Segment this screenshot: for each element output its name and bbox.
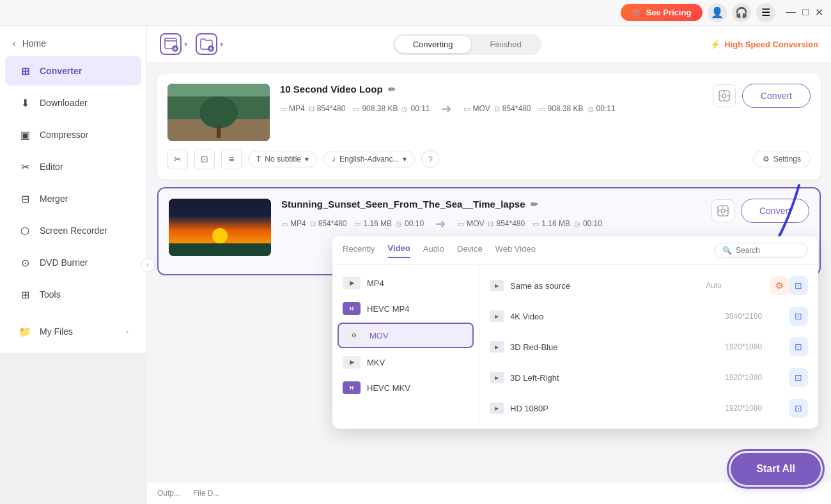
svg-point-11 xyxy=(722,94,726,98)
language-dropdown-1[interactable]: ♪ English-Advanc... ▾ xyxy=(323,151,415,167)
format-option-hevc-mkv[interactable]: H HEVC MKV xyxy=(332,375,479,401)
file-1-dst-format: ▭ MOV xyxy=(463,104,490,113)
tab-group: Converting Finished xyxy=(231,34,703,55)
file-2-dst-meta: ▭ MOV ⊡ 854*480 ▭ 1.16 MB xyxy=(458,218,602,229)
tab-finished[interactable]: Finished xyxy=(472,36,540,53)
sidebar-item-my-files[interactable]: 📁 My Files › xyxy=(5,317,141,346)
preset-copy-3d-red-blue[interactable]: ⊡ xyxy=(789,337,808,356)
menu-icon[interactable]: ☰ xyxy=(756,3,775,22)
sidebar-item-converter[interactable]: ⊞ Converter xyxy=(5,56,141,86)
mov-format-icon: ⊙ xyxy=(345,329,363,342)
size-icon: ▭ xyxy=(353,105,359,113)
format-tab-audio[interactable]: Audio xyxy=(423,244,444,257)
format-option-mov[interactable]: ⊙ MOV xyxy=(338,323,474,348)
file-1-edit-icon[interactable]: ✏ xyxy=(388,84,396,95)
format-tab-recently[interactable]: Recently xyxy=(343,244,375,257)
format-option-hevc-mp4[interactable]: H HEVC MP4 xyxy=(332,296,479,321)
preset-action-same-as-source[interactable]: ⚙ xyxy=(770,276,789,295)
format-tab-video[interactable]: Video xyxy=(388,243,410,258)
format-preset-3d-red-blue[interactable]: ▶ 3D Red-Blue 1920*1080 ⊡ xyxy=(479,332,818,362)
close-button[interactable]: ✕ xyxy=(815,6,823,19)
format-icon: ▭ xyxy=(280,105,286,113)
format-icon: ▭ xyxy=(281,220,288,228)
format-icon: ▭ xyxy=(463,105,470,113)
svg-point-7 xyxy=(199,96,238,128)
format-preset-4k-video[interactable]: ▶ 4K Video 3840*2160 ⊡ xyxy=(479,301,818,332)
subtitle-dropdown-1[interactable]: T No subtitle ▾ xyxy=(248,151,317,167)
output-bar: Outp... File D... xyxy=(147,482,831,504)
file-2-actions: Convert xyxy=(711,199,809,223)
effects-button-1[interactable]: ≡ xyxy=(221,149,242,169)
sidebar-item-home[interactable]: ‹ Home xyxy=(0,32,146,55)
file-1-info: 10 Second Video Loop ✏ ▭ MP4 ⊡ xyxy=(280,84,703,116)
preset-icon: ▶ xyxy=(490,310,504,322)
format-option-mkv[interactable]: ▶ MKV xyxy=(332,349,479,375)
format-preset-3d-left-right[interactable]: ▶ 3D Left-Right 1920*1080 ⊡ xyxy=(479,362,818,393)
sidebar-item-screen-recorder[interactable]: ⬡ Screen Recorder xyxy=(5,216,141,245)
size-icon: ▭ xyxy=(532,220,539,228)
format-option-mp4[interactable]: ▶ MP4 xyxy=(332,270,479,296)
format-tab-web-video[interactable]: Web Video xyxy=(495,244,536,257)
compressor-icon: ▣ xyxy=(18,128,32,142)
file-2-settings-button[interactable] xyxy=(711,199,734,222)
file-2-meta: ▭ MP4 ⊡ 854*480 ▭ 1.16 MB xyxy=(281,216,701,231)
see-pricing-button[interactable]: 🛒 See Pricing xyxy=(621,4,703,21)
duration-icon: ◷ xyxy=(574,220,580,228)
format-preset-hd-1080p[interactable]: ▶ HD 1080P 1920*1080 ⊡ xyxy=(479,393,818,424)
preset-copy-same-as-source[interactable]: ⊡ xyxy=(789,276,808,295)
preset-copy-3d-left-right[interactable]: ⊡ xyxy=(789,368,808,387)
preset-copy-4k-video[interactable]: ⊡ xyxy=(789,307,808,326)
format-search-input[interactable] xyxy=(736,246,800,255)
file-2-convert-button[interactable]: Convert xyxy=(741,199,809,223)
account-icon[interactable]: 👤 xyxy=(708,3,727,22)
file-1-src-resolution: ⊡ 854*480 xyxy=(309,104,346,113)
sidebar-item-dvd-burner[interactable]: ⊙ DVD Burner xyxy=(5,248,141,277)
high-speed-button[interactable]: ⚡ High Speed Conversion xyxy=(710,40,818,49)
conversion-arrow-1: ➜ xyxy=(441,101,452,116)
start-all-button[interactable]: Start All xyxy=(731,453,821,485)
file-1-convert-button[interactable]: Convert xyxy=(742,84,811,108)
sidebar-item-compressor[interactable]: ▣ Compressor xyxy=(5,120,141,149)
file-1-dst-meta: ▭ MOV ⊡ 854*480 ▭ 908.38 xyxy=(463,103,615,114)
format-tab-device[interactable]: Device xyxy=(457,244,483,257)
minimize-button[interactable]: — xyxy=(786,6,796,19)
headset-icon[interactable]: 🎧 xyxy=(732,3,751,22)
resolution-icon: ⊡ xyxy=(488,220,493,228)
file-2-dst-duration: ◷ 00:10 xyxy=(574,219,602,228)
preset-copy-hd-1080p[interactable]: ⊡ xyxy=(789,399,808,418)
file-2-src-size: ▭ 1.16 MB xyxy=(354,219,392,228)
preset-icon: ▶ xyxy=(490,402,504,414)
file-destination-label: File D... xyxy=(193,489,219,498)
sidebar-item-editor[interactable]: ✂ Editor xyxy=(5,152,141,181)
sidebar: ‹ Home ⊞ Converter ⬇ Downloader ▣ Compre… xyxy=(0,26,147,504)
format-dropdown: Recently Video Audio Device Web Video 🔍 … xyxy=(332,236,818,429)
cut-button-1[interactable]: ✂ xyxy=(167,149,188,169)
crop-button-1[interactable]: ⊡ xyxy=(194,149,215,169)
file-2-edit-icon[interactable]: ✏ xyxy=(531,199,538,210)
tab-converting[interactable]: Converting xyxy=(395,36,471,53)
duration-icon: ◷ xyxy=(396,220,402,228)
sidebar-collapse-button[interactable]: ‹ xyxy=(141,258,155,272)
svg-rect-13 xyxy=(169,243,271,256)
add-file-button[interactable]: + ▾ xyxy=(160,33,188,55)
sidebar-item-merger[interactable]: ⊟ Merger xyxy=(5,184,141,213)
output-path-label: Outp... xyxy=(157,489,180,498)
search-icon: 🔍 xyxy=(722,246,732,255)
resolution-icon: ⊡ xyxy=(494,105,500,113)
sidebar-item-downloader[interactable]: ⬇ Downloader xyxy=(5,88,141,118)
maximize-button[interactable]: □ xyxy=(802,6,809,19)
file-1-src-duration: ◷ 00:11 xyxy=(401,104,430,113)
dropdown-chevron: ▾ xyxy=(403,155,407,164)
file-1-settings-button[interactable] xyxy=(713,84,736,107)
file-2-thumbnail xyxy=(169,199,271,256)
format-preset-same-as-source[interactable]: ▶ Same as source Auto ⚙ ⊡ xyxy=(479,270,818,301)
resolution-icon: ⊡ xyxy=(310,220,316,228)
add-folder-button[interactable]: + ▾ xyxy=(196,33,224,55)
content-area: + ▾ + ▾ Converting Finished xyxy=(147,26,831,504)
svg-rect-9 xyxy=(167,84,270,96)
mp4-format-icon: ▶ xyxy=(343,277,361,289)
settings-text-button-1[interactable]: ⚙ Settings xyxy=(753,151,811,167)
sidebar-item-tools[interactable]: ⊞ Tools xyxy=(5,280,141,309)
format-search-box[interactable]: 🔍 xyxy=(714,243,808,258)
help-button-1[interactable]: ? xyxy=(421,150,439,168)
